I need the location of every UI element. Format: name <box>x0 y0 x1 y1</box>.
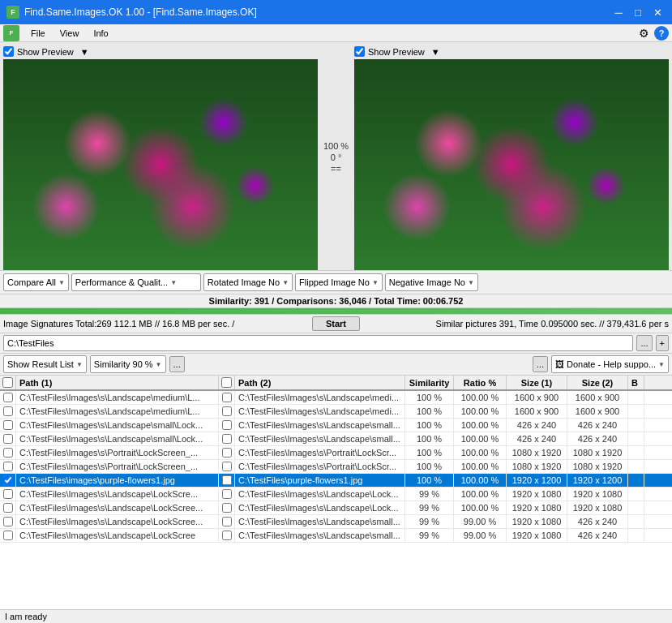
menu-file[interactable]: File <box>24 27 52 40</box>
row-check2[interactable] <box>222 420 232 430</box>
table-row[interactable]: C:\TestFiles\Images\s\Landscape\medium\L… <box>0 391 672 405</box>
th-ratio[interactable]: Ratio % <box>454 376 507 389</box>
gear-icon[interactable]: ⚙ <box>636 26 651 41</box>
left-preview-checkbox[interactable] <box>3 46 14 57</box>
row-check1[interactable] <box>3 434 13 444</box>
header-check1[interactable] <box>2 377 13 388</box>
negative-dropdown[interactable]: Negative Image No ▼ <box>385 273 478 291</box>
performance-dropdown[interactable]: Performance & Qualit... ▼ <box>71 273 201 291</box>
row-check2-cell[interactable] <box>219 432 235 445</box>
right-preview-dropdown-arrow[interactable]: ▼ <box>431 47 440 57</box>
row-check2[interactable] <box>222 503 232 513</box>
right-preview-checkbox[interactable] <box>354 46 365 57</box>
th-b[interactable]: B <box>628 376 644 389</box>
th-path2[interactable]: Path (2) <box>235 376 405 389</box>
row-check1-cell[interactable] <box>0 488 16 501</box>
row-check1[interactable] <box>3 393 13 402</box>
help-icon[interactable]: ? <box>654 26 669 41</box>
table-row[interactable]: C:\TestFiles\Images\s\Portrait\LockScree… <box>0 460 672 474</box>
more-right-button[interactable]: ... <box>533 356 548 372</box>
table-row[interactable]: C:\TestFiles\Images\s\Landscape\LockScre… <box>0 529 672 543</box>
row-size2: 1920 x 1080 <box>567 501 628 514</box>
row-check2-cell[interactable] <box>219 419 235 432</box>
similarity-dropdown[interactable]: Similarity 90 % ▼ <box>90 355 166 373</box>
th-check2[interactable] <box>219 376 235 389</box>
table-row[interactable]: C:\TestFiles\Images\s\Landscape\LockScre… <box>0 488 672 501</box>
row-check2[interactable] <box>222 462 232 471</box>
row-b <box>628 446 644 459</box>
path-input[interactable] <box>3 335 633 351</box>
row-check2[interactable] <box>222 406 232 416</box>
left-preview-dropdown-arrow[interactable]: ▼ <box>80 47 89 57</box>
table-row[interactable]: C:\TestFiles\Images\s\Landscape\small\Lo… <box>0 432 672 446</box>
th-similarity[interactable]: Similarity <box>405 376 454 389</box>
menu-info[interactable]: Info <box>87 27 114 40</box>
row-check2-cell[interactable] <box>219 529 235 542</box>
row-check1-cell[interactable] <box>0 405 16 418</box>
row-check1-cell[interactable] <box>0 460 16 473</box>
row-size2: 1920 x 1200 <box>567 474 628 487</box>
flipped-dropdown[interactable]: Flipped Image No ▼ <box>295 273 383 291</box>
th-size1[interactable]: Size (1) <box>507 376 567 389</box>
close-button[interactable]: ✕ <box>649 4 666 20</box>
row-check1-cell[interactable] <box>0 446 16 459</box>
row-check2[interactable] <box>222 489 232 499</box>
row-check1[interactable] <box>3 489 13 499</box>
row-check2-cell[interactable] <box>219 501 235 514</box>
row-check1-cell[interactable] <box>0 419 16 432</box>
rotated-dropdown[interactable]: Rotated Image No ▼ <box>203 273 293 291</box>
table-row[interactable]: C:\TestFiles\images\purple-flowers1.jpg … <box>0 474 672 488</box>
row-check1-cell[interactable] <box>0 391 16 404</box>
row-check1[interactable] <box>3 406 13 416</box>
th-check1[interactable] <box>0 376 16 389</box>
th-size2[interactable]: Size (2) <box>567 376 628 389</box>
row-check2[interactable] <box>222 448 232 458</box>
donate-dropdown[interactable]: 🖼 Donate - Help suppo... ▼ <box>551 355 669 373</box>
compare-all-dropdown[interactable]: Compare All ▼ <box>3 273 69 291</box>
similarity-arrow: ▼ <box>156 361 162 368</box>
row-check2-cell[interactable] <box>219 515 235 528</box>
menu-app-icon: F <box>3 25 19 41</box>
row-check1-cell[interactable] <box>0 515 16 528</box>
add-button[interactable]: + <box>656 335 669 351</box>
row-check2[interactable] <box>222 475 232 485</box>
row-check2-cell[interactable] <box>219 474 235 487</box>
row-check1-cell[interactable] <box>0 501 16 514</box>
header-check2[interactable] <box>221 377 232 388</box>
more-left-button[interactable]: ... <box>169 356 185 372</box>
start-button[interactable]: Start <box>312 316 360 331</box>
maximize-button[interactable]: □ <box>630 4 646 20</box>
row-check2-cell[interactable] <box>219 391 235 404</box>
table-row[interactable]: C:\TestFiles\Images\s\Landscape\small\Lo… <box>0 419 672 432</box>
row-check2[interactable] <box>222 531 232 540</box>
row-check2[interactable] <box>222 517 232 526</box>
row-check2[interactable] <box>222 434 232 444</box>
row-check2-cell[interactable] <box>219 446 235 459</box>
row-check2[interactable] <box>222 393 232 402</box>
table-row[interactable]: C:\TestFiles\Images\s\Landscape\LockScre… <box>0 515 672 529</box>
row-check1[interactable] <box>3 503 13 513</box>
table-row[interactable]: C:\TestFiles\Images\s\Landscape\LockScre… <box>0 501 672 515</box>
th-path1[interactable]: Path (1) <box>16 376 219 389</box>
row-check1-cell[interactable] <box>0 529 16 542</box>
row-check1[interactable] <box>3 475 13 485</box>
row-check2-cell[interactable] <box>219 460 235 473</box>
row-check2-cell[interactable] <box>219 405 235 418</box>
table-row[interactable]: C:\TestFiles\Images\s\Landscape\medium\L… <box>0 405 672 419</box>
row-check2-cell[interactable] <box>219 488 235 501</box>
row-check1[interactable] <box>3 531 13 540</box>
menu-view[interactable]: View <box>54 27 86 40</box>
row-check1[interactable] <box>3 462 13 471</box>
row-check1[interactable] <box>3 517 13 526</box>
row-b <box>628 474 644 487</box>
show-result-dropdown[interactable]: Show Result List ▼ <box>3 355 87 373</box>
row-path2: C:\TestFiles\purple-flowers1.jpg <box>235 474 405 487</box>
table-row[interactable]: C:\TestFiles\Images\s\Portrait\LockScree… <box>0 446 672 460</box>
row-check1[interactable] <box>3 420 13 430</box>
row-check1-cell[interactable] <box>0 474 16 487</box>
row-check1[interactable] <box>3 448 13 458</box>
minimize-button[interactable]: ─ <box>610 4 627 20</box>
toolbar-row: Compare All ▼ Performance & Qualit... ▼ … <box>0 270 672 294</box>
browse-button[interactable]: ... <box>636 335 652 351</box>
row-check1-cell[interactable] <box>0 432 16 445</box>
